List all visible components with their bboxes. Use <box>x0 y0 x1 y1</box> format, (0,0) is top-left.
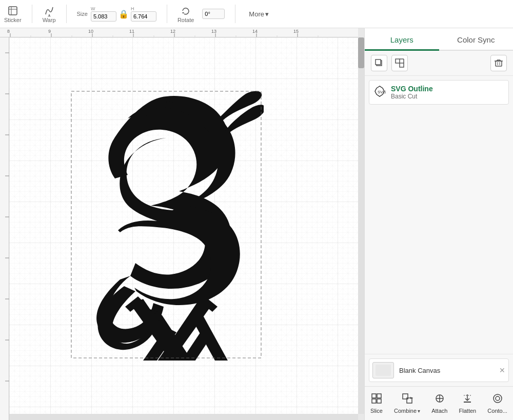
tab-layers[interactable]: Layers <box>365 28 439 51</box>
rotate-tool[interactable]: Rotate <box>177 5 194 23</box>
layer-info: SVG Outline Basic Cut <box>391 85 504 100</box>
warp-label: Warp <box>43 17 56 23</box>
warp-icon <box>43 5 55 17</box>
layer-name: SVG Outline <box>391 85 504 93</box>
svg-rect-51 <box>376 59 381 65</box>
sticker-tool[interactable]: Sticker <box>4 5 22 23</box>
tab-colorsync-label: Color Sync <box>457 35 495 44</box>
size-inputs: W 🔒 H <box>91 6 156 22</box>
layer-svg-icon: SVG <box>373 85 386 100</box>
svg-rect-65 <box>372 394 376 398</box>
svg-rect-67 <box>372 399 376 403</box>
right-panel: Layers Color Sync <box>364 28 513 420</box>
size-group: Size W 🔒 H <box>77 6 156 22</box>
attach-label: Attach <box>431 408 447 414</box>
layers-list: SVG SVG Outline Basic Cut <box>365 76 513 354</box>
svg-rect-66 <box>377 394 381 398</box>
svg-text:8: 8 <box>7 29 10 34</box>
design-element[interactable] <box>69 89 264 363</box>
svg-text:9: 9 <box>48 29 51 34</box>
combine-label: Combine <box>394 408 417 414</box>
blank-canvas-section: Blank Canvas ✕ <box>365 354 513 386</box>
svg-rect-52 <box>396 59 400 63</box>
panel-toolbar <box>365 51 513 76</box>
contour-label: Conto... <box>487 408 507 414</box>
canvas-area[interactable]: 8 9 10 11 12 13 14 15 <box>0 28 364 420</box>
svg-rect-56 <box>496 61 502 66</box>
svg-text:13: 13 <box>211 29 216 34</box>
delete-button[interactable] <box>490 55 507 71</box>
ruler-left <box>0 37 9 420</box>
sep2 <box>66 5 67 23</box>
close-blank-canvas-button[interactable]: ✕ <box>499 366 505 374</box>
height-input[interactable] <box>131 11 156 22</box>
flatten-action[interactable]: Flatten <box>455 391 481 416</box>
blank-canvas-thumbnail <box>372 362 394 378</box>
panel-tabs: Layers Color Sync <box>365 28 513 51</box>
arrange-button[interactable] <box>391 55 408 71</box>
blank-canvas-item[interactable]: Blank Canvas ✕ <box>369 358 509 382</box>
size-label: Size <box>77 11 88 17</box>
duplicate-button[interactable] <box>371 55 387 71</box>
svg-rect-78 <box>494 394 502 403</box>
height-group: H <box>131 6 156 22</box>
svg-rect-53 <box>400 63 404 67</box>
rotate-input[interactable] <box>202 9 225 19</box>
height-label: H <box>131 6 134 11</box>
scrollbar-thumb-v[interactable] <box>358 37 364 68</box>
sep3 <box>167 5 167 23</box>
svg-marker-4 <box>48 16 51 16</box>
more-button[interactable]: More ▾ <box>246 9 272 19</box>
tab-layers-label: Layers <box>390 35 413 44</box>
svg-text:10: 10 <box>88 29 93 34</box>
width-input[interactable] <box>91 11 116 22</box>
svg-marker-5 <box>182 12 184 14</box>
slice-action[interactable]: Slice <box>366 391 387 416</box>
combine-label-row: Combine ▾ <box>394 408 420 414</box>
lock-icon[interactable]: 🔒 <box>119 9 129 19</box>
more-label: More <box>249 10 264 18</box>
svg-text:15: 15 <box>293 29 299 34</box>
layer-type: Basic Cut <box>391 93 504 100</box>
flatten-label: Flatten <box>459 408 477 414</box>
scrollbar-horizontal[interactable] <box>9 414 358 420</box>
flatten-icon <box>462 393 473 407</box>
blank-canvas-thumb-icon <box>376 365 391 376</box>
attach-action[interactable]: Attach <box>427 391 451 416</box>
grid-canvas[interactable] <box>9 37 358 414</box>
combine-icon <box>402 393 413 407</box>
svg-text:12: 12 <box>170 29 175 34</box>
bottom-action-bar: Slice Combine ▾ <box>365 386 513 420</box>
warp-tool[interactable]: Warp <box>43 5 56 23</box>
rotate-icon <box>180 5 192 17</box>
sticker-label: Sticker <box>4 17 22 23</box>
combine-action[interactable]: Combine ▾ <box>390 391 424 416</box>
top-toolbar: Sticker Warp Size W 🔒 H Rotate <box>0 0 513 28</box>
more-arrow: ▾ <box>265 10 269 18</box>
sticker-icon <box>7 5 19 17</box>
arrange-icon <box>395 58 404 68</box>
width-label: W <box>91 6 95 11</box>
slice-label: Slice <box>370 408 383 414</box>
svg-text:SVG: SVG <box>378 90 386 94</box>
scrollbar-vertical[interactable] <box>358 37 364 414</box>
contour-action[interactable]: Conto... <box>483 391 511 416</box>
sep4 <box>235 5 235 23</box>
main-area: 8 9 10 11 12 13 14 15 <box>0 28 513 420</box>
layer-item[interactable]: SVG SVG Outline Basic Cut <box>369 80 509 105</box>
svg-text:11: 11 <box>129 29 134 34</box>
rotate-label: Rotate <box>177 17 194 23</box>
svg-rect-0 <box>9 7 17 15</box>
contour-icon <box>492 393 503 407</box>
svg-rect-64 <box>376 365 391 376</box>
blank-canvas-label: Blank Canvas <box>399 367 440 374</box>
combine-arrow: ▾ <box>418 408 420 414</box>
width-group: W <box>91 6 116 22</box>
trash-icon <box>494 58 503 68</box>
svg-rect-79 <box>496 396 500 401</box>
ruler-top: 8 9 10 11 12 13 14 15 <box>0 28 358 37</box>
sep1 <box>32 5 32 23</box>
size-label-item: Size <box>77 11 88 17</box>
tab-colorsync[interactable]: Color Sync <box>439 28 514 50</box>
duplicate-icon <box>374 58 384 68</box>
